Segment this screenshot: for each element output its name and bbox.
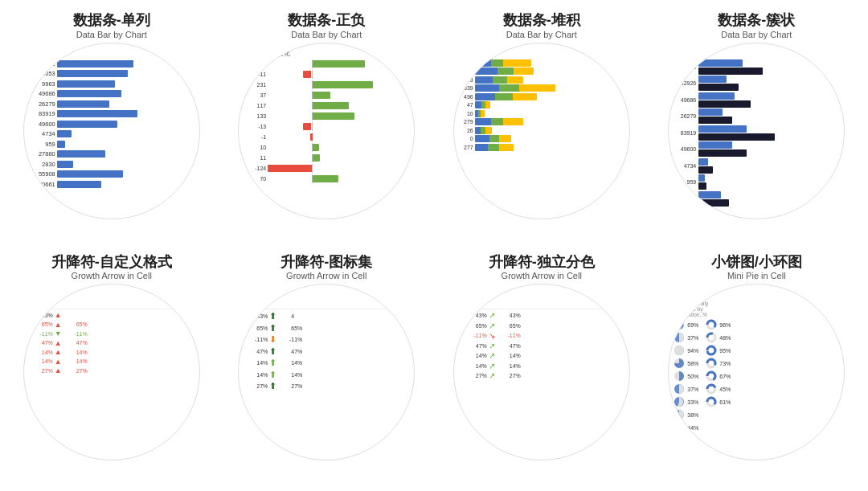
posneg-chart: 168 -11 231: [244, 59, 409, 185]
subtitle-6: 增长率: [244, 291, 409, 299]
title-cn-3: 数据条-堆积: [503, 12, 580, 30]
card-single-bar: 数据条-单列 Data Bar by Chart 比较 1902 26053 9…: [8, 8, 215, 242]
cluster-chart: 39556 42926 49686 26279 83919 49600 4734…: [674, 59, 839, 219]
title-cn-1: 数据条-单列: [73, 12, 150, 30]
growth-iconset-table: 增长率 43% ⬆ 4 65% ⬆ 65% -11% ⬇: [244, 301, 409, 393]
card-stacked-bar: 数据条-堆积 Data Bar by Chart 合计比较 429 497 26…: [438, 8, 645, 242]
title-en-1: Data Bar by Chart: [76, 30, 147, 39]
title-cn-5: 升降符-自定义格式: [51, 254, 172, 272]
card-posneg-bar: 数据条-正负 Data Bar by Chart 比较，增减 变化 168 -1…: [223, 8, 431, 242]
circle-5: 增长率 增长率 43% ▲ 65% ▲ 65%: [23, 284, 200, 460]
main-grid: 数据条-单列 Data Bar by Chart 比较 1902 26053 9…: [8, 8, 860, 483]
mini-pie-rows: 69% 96% 37% 48% 94% 95%: [674, 319, 839, 435]
subtitle-1: 比较: [29, 50, 194, 58]
growth-color-table: 增长率 43% ↗ 43% 65% ↗ 65% -11% ↘: [459, 301, 624, 382]
subtitle-2: 比较，增减 变化: [244, 50, 409, 58]
card-growth-iconset: 升降符-图标集 Growth Arrow in Cell 增长率 增长率 43%…: [223, 250, 431, 484]
title-en-5: Growth Arrow in Cell: [72, 271, 152, 280]
subtitle-7: 增长率: [459, 291, 624, 299]
growth-custom-table: 增长率 43% ▲ 65% ▲ 65% -11% ▼ -11%: [29, 301, 194, 376]
circle-4: 簇状比较 39556 42926 49686 26279 83919 49600…: [668, 43, 845, 219]
title-cn-6: 升降符-图标集: [280, 254, 372, 272]
title-en-7: Growth Arrow in Cell: [502, 271, 582, 280]
title-en-2: Data Bar by Chart: [291, 30, 362, 39]
title-en-4: Data Bar by Chart: [721, 30, 792, 39]
circle-1: 比较 1902 26053 9963 49686 26279 83919 496…: [23, 43, 200, 219]
card-mini-pie: 小饼图/小环图 Mini Pie in Cell 占比，比较 jobs pote…: [653, 250, 861, 484]
circle-7: 增长率 增长率 43% ↗ 43% 65% ↗ 65%: [453, 284, 630, 460]
card-cluster-bar: 数据条-簇状 Data Bar by Chart 簇状比较 39556 4292…: [653, 8, 861, 242]
card-growth-custom: 升降符-自定义格式 Growth Arrow in Cell 增长率 增长率 4…: [8, 250, 215, 484]
svg-point-22: [674, 423, 684, 432]
title-cn-4: 数据条-簇状: [718, 12, 795, 30]
title-en-3: Data Bar by Chart: [506, 30, 577, 39]
circle-8: 占比，比较 jobs potentiallydisplaced byautoma…: [668, 284, 845, 460]
title-cn-7: 升降符-独立分色: [489, 254, 595, 272]
title-cn-8: 小饼图/小环图: [711, 254, 802, 272]
subtitle-5: 增长率: [29, 291, 194, 299]
subtitle-3: 合计比较: [459, 50, 624, 58]
subtitle-4: 簇状比较: [674, 50, 839, 58]
title-cn-2: 数据条-正负: [288, 12, 365, 30]
circle-6: 增长率 增长率 43% ⬆ 4 65% ⬆ 65%: [238, 284, 415, 460]
circle-2: 比较，增减 变化 168 -11: [238, 43, 415, 219]
subtitle-8: 占比，比较: [674, 291, 839, 299]
circle-3: 合计比较 429 497 263 839 496 47 10 279 26 0 …: [453, 43, 630, 219]
title-en-8: Mini Pie in Cell: [727, 271, 786, 280]
card-growth-color: 升降符-独立分色 Growth Arrow in Cell 增长率 增长率 43…: [438, 250, 645, 484]
stacked-chart: 429 497 263 839 496 47 10 279 26 0 277: [459, 59, 624, 153]
bar-chart-1: 1902 26053 9963 49686 26279 83919 49600 …: [29, 59, 194, 190]
title-en-6: Growth Arrow in Cell: [286, 271, 366, 280]
